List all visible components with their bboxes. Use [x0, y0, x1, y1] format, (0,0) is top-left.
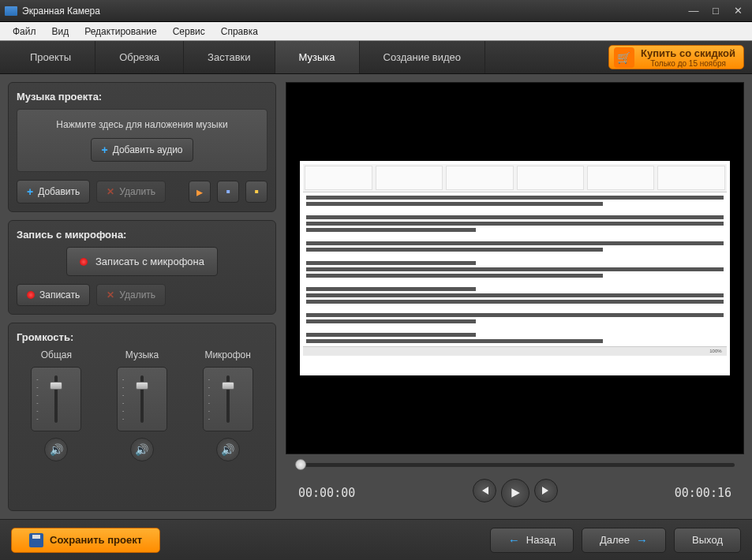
menu-service[interactable]: Сервис [165, 24, 213, 39]
close-button[interactable]: ✕ [728, 4, 747, 18]
play-icon [510, 487, 521, 498]
preview-document: 100% [300, 161, 729, 376]
right-panel: 100% 00:00:00 00:00:16 [284, 74, 752, 519]
plus-icon: + [27, 185, 33, 198]
arrow-right-icon: → [636, 533, 648, 547]
buy-main-text: Купить со скидкой [641, 47, 735, 59]
speaker-icon: 🔊 [221, 443, 234, 456]
mute-master-button[interactable]: 🔊 [44, 438, 68, 461]
record-icon [27, 291, 35, 299]
timeline-thumb[interactable] [295, 459, 306, 470]
app-icon [5, 6, 17, 16]
delete-mic-label: Удалить [119, 289, 155, 301]
tab-music[interactable]: Музыка [275, 41, 360, 73]
volume-music-slider[interactable]: ------ [117, 367, 167, 431]
skip-forward-icon [541, 486, 551, 495]
exit-button[interactable]: Выход [674, 528, 741, 553]
music-option-2[interactable]: ▪ [217, 181, 239, 203]
floppy-icon [29, 533, 43, 547]
time-current: 00:00:00 [298, 486, 355, 500]
next-button[interactable] [534, 479, 558, 502]
tab-intros[interactable]: Заставки [184, 41, 275, 73]
record-from-mic-button[interactable]: Записать с микрофона [66, 247, 218, 276]
next-button-footer[interactable]: Далее → [582, 528, 666, 553]
volume-music-label: Музыка [125, 349, 159, 360]
menu-view[interactable]: Вид [44, 24, 77, 39]
buy-sub-text: Только до 15 ноября [650, 59, 726, 68]
prev-button[interactable] [473, 479, 496, 502]
mic-panel: Запись с микрофона: Записать с микрофона… [8, 220, 276, 315]
mute-mic-button[interactable]: 🔊 [216, 438, 240, 461]
exit-label: Выход [692, 534, 723, 546]
back-button[interactable]: ← Назад [490, 528, 574, 553]
volume-panel: Громкость: Общая ------ 🔊 Музыка ------ [8, 323, 276, 511]
menu-help[interactable]: Справка [213, 24, 266, 39]
record-from-mic-label: Записать с микрофона [95, 256, 204, 267]
back-label: Назад [526, 534, 556, 546]
volume-panel-title: Громкость: [17, 331, 268, 343]
volume-master-label: Общая [41, 349, 72, 360]
delete-mic-button[interactable]: ✕ Удалить [96, 284, 166, 306]
window-title: Экранная Камера [22, 6, 684, 17]
volume-music: Музыка ------ 🔊 [117, 349, 167, 461]
tab-projects[interactable]: Проекты [6, 41, 95, 73]
video-preview: 100% [286, 82, 744, 454]
volume-master-slider[interactable]: ------ [31, 367, 81, 431]
arrow-left-icon: ← [508, 533, 520, 547]
skip-back-icon [480, 486, 489, 495]
buy-button[interactable]: 🛒 Купить со скидкой Только до 15 ноября [608, 45, 744, 69]
save-project-label: Сохранить проект [50, 534, 142, 546]
add-button[interactable]: + Добавить [17, 180, 90, 203]
mute-music-button[interactable]: 🔊 [130, 438, 154, 461]
music-panel-title: Музыка проекта: [17, 91, 268, 103]
record-button[interactable]: Записать [17, 284, 90, 306]
record-label: Записать [39, 289, 80, 301]
menu-edit[interactable]: Редактирование [77, 24, 164, 39]
plus-icon: + [101, 144, 107, 156]
left-panel: Музыка проекта: Нажмите здесь для наложе… [0, 74, 284, 519]
play-button[interactable] [501, 479, 529, 507]
x-icon: ✕ [107, 289, 114, 301]
tabbar: Проекты Обрезка Заставки Музыка Создание… [0, 41, 752, 74]
volume-master: Общая ------ 🔊 [31, 349, 81, 461]
record-icon [80, 258, 88, 266]
volume-mic: Микрофон ------ 🔊 [203, 349, 253, 461]
tab-create-video[interactable]: Создание видео [360, 41, 485, 73]
menu-file[interactable]: Файл [5, 24, 44, 39]
x-icon: ✕ [107, 186, 114, 197]
volume-mic-slider[interactable]: ------ [203, 367, 253, 431]
volume-mic-label: Микрофон [204, 349, 250, 360]
footer: Сохранить проект ← Назад Далее → Выход [0, 519, 752, 560]
cart-icon: 🛒 [614, 47, 634, 68]
music-drop-zone[interactable]: Нажмите здесь для наложения музыки + Доб… [17, 109, 268, 172]
add-audio-label: Добавить аудио [113, 144, 183, 155]
menubar: Файл Вид Редактирование Сервис Справка [0, 22, 752, 41]
next-label: Далее [600, 534, 630, 546]
add-audio-button[interactable]: + Добавить аудио [91, 138, 193, 162]
delete-music-button[interactable]: ✕ Удалить [96, 181, 166, 203]
save-project-button[interactable]: Сохранить проект [11, 528, 160, 553]
music-panel: Музыка проекта: Нажмите здесь для наложе… [8, 82, 276, 212]
speaker-icon: 🔊 [50, 443, 63, 456]
music-option-1[interactable]: ▸ [189, 181, 211, 203]
minimize-button[interactable]: — [684, 4, 703, 18]
add-label: Добавить [38, 186, 80, 197]
timeline[interactable] [286, 454, 744, 475]
doc-zoom: 100% [709, 349, 721, 353]
maximize-button[interactable]: □ [706, 4, 725, 18]
titlebar: Экранная Камера — □ ✕ [0, 0, 752, 22]
music-hint: Нажмите здесь для наложения музыки [24, 119, 260, 130]
tab-trim[interactable]: Обрезка [95, 41, 184, 73]
music-option-3[interactable]: ▪ [245, 181, 268, 203]
delete-label: Удалить [119, 186, 155, 197]
time-total: 00:00:16 [675, 486, 731, 500]
mic-panel-title: Запись с микрофона: [17, 229, 268, 241]
speaker-icon: 🔊 [135, 443, 148, 456]
